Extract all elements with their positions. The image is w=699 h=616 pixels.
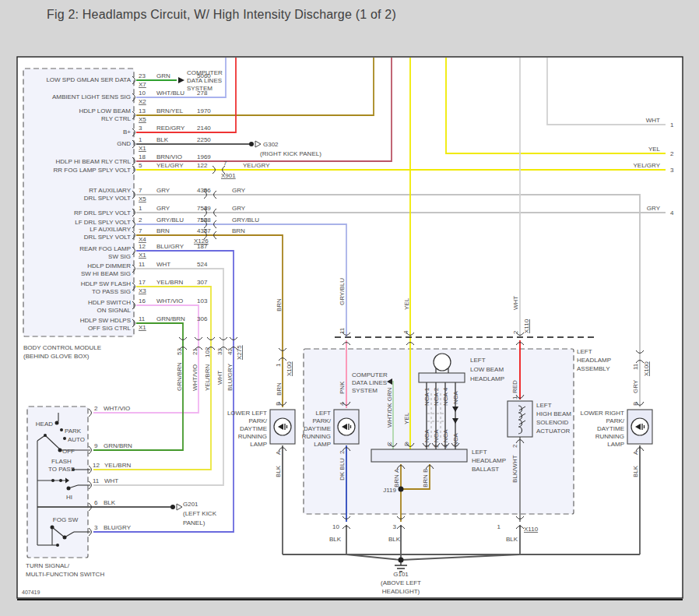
- label: HEADLIGHT): [382, 588, 420, 595]
- label: ASSEMBLY: [577, 365, 610, 372]
- label: 16: [139, 297, 146, 304]
- label: X3: [139, 287, 146, 294]
- label: X1: [139, 252, 146, 259]
- label: 23: [139, 72, 146, 79]
- label: 2140: [197, 125, 211, 132]
- label: DAYTIME: [240, 425, 267, 432]
- label: ACTUATOR: [536, 428, 570, 435]
- label: LOW BEAM: [470, 366, 504, 373]
- label: A: [632, 450, 639, 455]
- label: HDLP SW FLASH: [81, 280, 132, 287]
- label: RUNNING: [238, 433, 267, 440]
- label: HDLP LOW BEAM: [79, 107, 131, 114]
- label: X100: [286, 361, 293, 376]
- label: BLU/GRY: [104, 524, 132, 531]
- label: 1970: [197, 107, 211, 114]
- label: WHT: [104, 477, 118, 484]
- label: WHT/VIO: [191, 364, 198, 391]
- label: WHT: [216, 371, 223, 385]
- label: 7: [139, 227, 142, 234]
- label: X1: [139, 145, 146, 152]
- label: NCA 1: [423, 387, 430, 406]
- label: X126: [194, 238, 209, 245]
- label: OFF: [62, 448, 75, 455]
- label: BLK: [156, 136, 169, 143]
- splice-dot: [63, 536, 67, 540]
- label: BRN: [276, 298, 283, 312]
- label: BLK: [275, 465, 282, 477]
- label: 42: [227, 348, 234, 355]
- splice-dot: [51, 479, 54, 482]
- label: WHT/DK GRN: [386, 387, 393, 428]
- label: X2: [139, 98, 146, 105]
- label: RUNNING: [595, 433, 624, 440]
- label: LEFT: [315, 410, 331, 417]
- label: LAMP: [250, 441, 267, 448]
- label: 3: [139, 125, 142, 132]
- label: LEFT: [577, 348, 592, 355]
- splice-dot: [55, 421, 59, 425]
- splice-dot: [170, 505, 175, 509]
- label: X275: [236, 345, 243, 360]
- label: BALLAST: [472, 466, 499, 473]
- label: A: [275, 450, 282, 455]
- label: LOWER RIGHT: [581, 410, 625, 417]
- label: YEL/GRY: [156, 162, 184, 169]
- label: COMPUTER: [352, 371, 388, 378]
- label: GRY/BLU: [339, 278, 346, 305]
- label: 12: [139, 243, 146, 250]
- label: 11: [93, 477, 100, 484]
- label: DAYTIME: [597, 425, 624, 432]
- label: X901: [221, 172, 236, 179]
- label: 2250: [197, 136, 211, 143]
- label: BLK: [329, 536, 342, 543]
- label: 1: [511, 396, 518, 400]
- label: DK BLU: [339, 458, 346, 480]
- label: TURN SIGNAL/: [26, 562, 70, 569]
- label: RLY CTRL: [101, 115, 131, 122]
- label: 306: [197, 315, 208, 322]
- label: 2: [670, 150, 674, 157]
- label: B+: [123, 128, 131, 136]
- label: 4: [402, 330, 409, 334]
- label: 1: [139, 205, 142, 212]
- label: PARK/: [606, 417, 625, 424]
- label: X1: [139, 324, 146, 331]
- label: (ABOVE LEFT: [381, 579, 421, 586]
- label: 2: [339, 450, 346, 454]
- label: NCA 4: [442, 387, 449, 406]
- label: 33: [216, 348, 223, 355]
- label: SYSTEM: [352, 387, 378, 394]
- label: X5: [139, 195, 146, 202]
- label: 1: [139, 136, 142, 143]
- label: TO PASS: [48, 466, 75, 473]
- label: HEADLAMP: [472, 457, 506, 464]
- label: DRL SPLY VOLT: [84, 234, 131, 241]
- label: B: [632, 402, 639, 406]
- label: RF DRL SPLY VOLT: [74, 209, 131, 216]
- label: GRY: [232, 205, 246, 212]
- label: 4: [670, 209, 674, 216]
- label: DRL SPLY VOLT: [84, 195, 131, 202]
- label: A: [393, 468, 400, 473]
- label: 3: [94, 524, 98, 531]
- label: 11: [339, 327, 346, 334]
- label: 1: [497, 523, 501, 530]
- label: 122: [197, 162, 208, 169]
- label: 21: [191, 348, 198, 355]
- label: 10: [139, 90, 146, 97]
- label: HEAD: [36, 421, 53, 428]
- label: FLASH: [51, 458, 72, 465]
- label: REAR FOG LAMP: [79, 245, 131, 252]
- label: 10: [332, 523, 339, 530]
- label: 524: [197, 261, 208, 268]
- splice-dot: [249, 142, 254, 146]
- label: PANEL): [183, 519, 205, 526]
- headlamps-circuit-schematic: 407419LOW SPD GMLAN SER DATAAMBIENT LIGH…: [0, 0, 699, 616]
- label: 4 NCA: [442, 429, 449, 448]
- label: HEADLAMP: [577, 357, 611, 364]
- label: GRY: [156, 205, 170, 212]
- label: HDLP SW HDLPS: [80, 317, 131, 324]
- label: GRN/BRN: [156, 315, 185, 322]
- label: WHT: [156, 261, 170, 268]
